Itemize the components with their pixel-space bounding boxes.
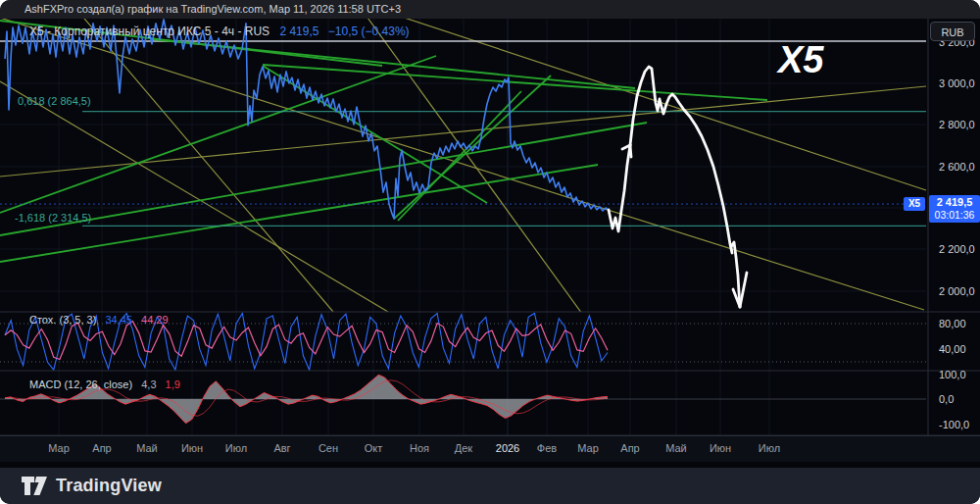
legend-last-price: 2 419,5 [279,25,318,38]
time-axis-month-label: Дек [455,442,472,454]
macd-pane-legend[interactable]: MACD (12, 26, close) 4,3 1,9 [29,378,180,390]
chart-canvas[interactable] [0,0,980,504]
time-axis-month-label: Апр [620,442,639,454]
green-trendline[interactable] [263,65,767,100]
olive-trendline[interactable] [69,0,333,312]
time-axis-month-label: Сен [318,442,338,454]
tradingview-logo[interactable]: TradingView [22,476,162,496]
price-axis-tick: 2 000,0 [939,285,975,297]
price-axis-tick: 2 200,0 [939,243,975,255]
tradingview-chart-window: AshFXPro создал(а) график на TradingView… [0,0,980,504]
time-axis-month-label: Июл [759,442,780,454]
time-axis-month-label: Авг [273,442,290,454]
stoch-axis-tick: 40,00 [939,343,966,355]
time-axis-month-label: Ноя [410,442,429,454]
time-axis-month-label: Мар [48,442,70,454]
time-axis-year-label: 2026 [496,442,519,454]
time-axis-month-label: Май [665,442,687,454]
tradingview-logo-icon [22,477,48,496]
attribution-text: AshFXPro создал(а) график на TradingView… [24,3,401,15]
price-axis-tick: 2 800,0 [939,119,975,130]
tradingview-logo-text: TradingView [56,476,162,496]
stoch-axis-tick: 80,00 [939,318,966,329]
current-price-axis-label: 2 419,5 03:01:36 [929,195,980,223]
macd-label[interactable]: MACD (12, 26, close) [29,378,132,390]
current-price-value: 2 419,5 [929,195,980,209]
legend-change: −10,5 (−0,43%) [328,25,410,38]
time-axis-month-label: Июн [710,442,731,454]
stochastic-pane-legend[interactable]: Стох. (3, 5, 3) 34,45 44,29 [29,314,169,326]
tradingview-footer-bar: TradingView [0,468,980,504]
share-attribution-bar: AshFXPro создал(а) график на TradingView… [0,0,980,19]
symbol-legend[interactable]: Х5 - Корпоративный центр ИКС 5 - 4ч - RU… [29,25,410,38]
stochastic-k-value: 34,45 [105,314,132,326]
fib-level-label-0618[interactable]: 0,618 (2 864,5) [18,95,91,107]
time-axis-month-label: Мар [577,442,599,454]
time-axis[interactable]: МарАпрМайИюнИюлАвгСенОктНояДек2026ФевМар… [0,435,980,463]
time-axis-month-label: Июл [225,442,247,454]
time-axis-month-label: Апр [92,442,111,454]
olive-trendline[interactable] [355,0,582,314]
price-axis-tick: 2 600,0 [939,161,975,173]
time-axis-month-label: Июн [181,442,203,454]
stochastic-d-value: 44,29 [141,314,169,326]
time-axis-month-label: Май [136,442,158,454]
legend-title[interactable]: Х5 - Корпоративный центр ИКС 5 - 4ч - RU… [29,25,270,38]
price-line[interactable] [5,20,609,219]
macd-value-2: 1,9 [166,378,180,390]
projection-arrow-head [630,145,631,157]
green-trendline[interactable] [394,76,551,219]
olive-trendline[interactable] [0,81,388,312]
stoch-d-line [5,322,608,360]
symbol-watermark: X5 [778,39,823,81]
price-axis-tick: 3 000,0 [939,77,975,89]
time-axis-month-label: Окт [365,442,383,454]
currency-toggle-button[interactable]: RUB [930,22,975,41]
macd-value-1: 4,3 [141,378,156,390]
bar-countdown: 03:01:36 [929,209,980,222]
fib-level-label-neg1618[interactable]: -1,618 (2 314,5) [15,212,91,224]
macd-axis-tick: -100,0 [939,419,969,430]
stochastic-label[interactable]: Стох. (3, 5, 3) [29,314,96,326]
price-line-symbol-badge: X5 [904,197,925,211]
macd-axis-tick: 100,0 [939,369,966,380]
macd-axis-tick: 0,0 [939,393,954,405]
time-axis-month-label: Фев [537,442,557,454]
projection-arrow-head [740,273,747,307]
